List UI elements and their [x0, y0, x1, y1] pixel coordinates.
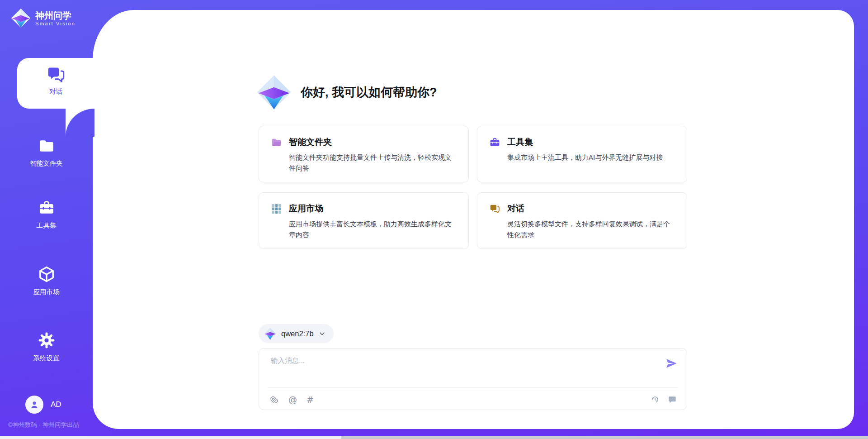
person-icon	[29, 399, 40, 410]
chat-icon	[489, 203, 500, 215]
attach-file-button[interactable]	[270, 395, 279, 404]
tab-fillet	[66, 109, 94, 137]
grid-icon	[271, 203, 282, 215]
sidebar-item-chat[interactable]: 对话	[17, 58, 94, 109]
message-input[interactable]	[270, 355, 656, 384]
quick-phrase-button[interactable]	[668, 395, 677, 404]
gear-icon	[38, 332, 55, 349]
sidebar-item-smart-folder[interactable]: 智能文件夹	[0, 137, 93, 168]
user-account[interactable]: AD	[25, 396, 61, 414]
brand-header: 神州问学 Smart Vision	[11, 8, 75, 28]
paperclip-icon	[270, 395, 279, 404]
horizontal-scrollbar[interactable]	[0, 436, 868, 439]
card-title: 工具集	[507, 136, 533, 148]
sidebar-item-toolset[interactable]: 工具集	[0, 199, 93, 230]
model-selector[interactable]: qwen2:7b	[259, 324, 334, 343]
card-chat[interactable]: 对话 灵活切换多模型文件，支持多样回复效果调试，满足个性化需求	[477, 192, 687, 249]
send-button[interactable]	[665, 358, 678, 370]
card-toolset[interactable]: 工具集 集成市场上主流工具，助力AI与外界无缝扩展与对接	[477, 126, 687, 182]
folder-icon	[271, 137, 282, 148]
history-button[interactable]	[651, 395, 660, 404]
hash-icon: #	[307, 396, 314, 404]
card-description: 智能文件夹功能支持批量文件上传与清洗，轻松实现文件问答	[289, 152, 457, 174]
composer-divider	[268, 387, 678, 388]
composer-toolbar: @ #	[270, 393, 677, 406]
app-window: 你好, 我可以如何帮助你? 智能文件夹 智能文件夹功能支持批量文件上传与清洗，轻…	[0, 0, 868, 439]
chevron-down-icon	[319, 330, 326, 337]
shortcut-cards: 智能文件夹 智能文件夹功能支持批量文件上传与清洗，轻松实现文件问答 工具集 集成…	[259, 126, 687, 249]
folder-icon	[38, 137, 55, 154]
at-icon: @	[288, 396, 297, 404]
brand-subtitle: Smart Vision	[35, 21, 75, 26]
sidebar-item-settings[interactable]: 系统设置	[0, 332, 93, 363]
model-name: qwen2:7b	[281, 329, 314, 338]
card-description: 灵活切换多模型文件，支持多样回复效果调试，满足个性化需求	[507, 219, 675, 241]
quick-phrase-icon	[668, 395, 677, 404]
sidebar-item-label: 工具集	[0, 221, 93, 230]
brand-name: 神州问学	[35, 10, 75, 21]
sidebar-item-label: 应用市场	[0, 288, 93, 296]
brand-logo-icon	[11, 8, 31, 28]
card-app-market[interactable]: 应用市场 应用市场提供丰富长文本模板，助力高效生成多样化文章内容	[259, 192, 469, 249]
card-description: 应用市场提供丰富长文本模板，助力高效生成多样化文章内容	[289, 219, 457, 241]
sidebar-item-label: 系统设置	[0, 354, 93, 363]
cube-icon	[38, 266, 55, 283]
toolbox-icon	[38, 199, 55, 216]
message-composer: @ #	[259, 348, 687, 410]
copyright-text: ©神州数码 · 神州问学出品	[8, 421, 79, 429]
card-title: 对话	[507, 203, 524, 215]
toolbox-icon	[489, 137, 500, 148]
card-title: 智能文件夹	[289, 136, 332, 148]
greeting-header: 你好, 我可以如何帮助你?	[256, 75, 437, 110]
model-logo-diamond-icon	[264, 328, 276, 340]
send-icon	[665, 358, 677, 369]
main-panel: 你好, 我可以如何帮助你? 智能文件夹 智能文件夹功能支持批量文件上传与清洗，轻…	[93, 10, 854, 429]
scrollbar-thumb[interactable]	[341, 436, 868, 439]
card-title: 应用市场	[289, 203, 323, 215]
topic-button[interactable]: #	[307, 396, 314, 404]
sidebar-item-app-market[interactable]: 应用市场	[0, 266, 93, 296]
card-smart-folder[interactable]: 智能文件夹 智能文件夹功能支持批量文件上传与清洗，轻松实现文件问答	[259, 126, 469, 182]
chat-icon	[46, 65, 66, 85]
card-description: 集成市场上主流工具，助力AI与外界无缝扩展与对接	[507, 152, 675, 163]
user-initials: AD	[51, 400, 61, 409]
history-icon	[651, 395, 660, 404]
page-title: 你好, 我可以如何帮助你?	[301, 84, 437, 100]
mention-button[interactable]: @	[288, 396, 297, 404]
sidebar-item-label: 对话	[17, 87, 94, 96]
sidebar-item-label: 智能文件夹	[0, 159, 93, 168]
brand-diamond-icon	[256, 75, 292, 110]
avatar	[25, 396, 43, 414]
